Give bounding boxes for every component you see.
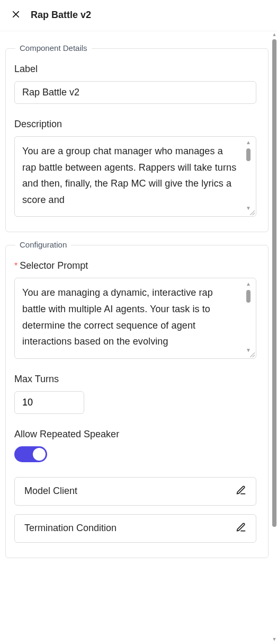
resize-handle-icon[interactable] bbox=[249, 351, 255, 357]
panel-title: Rap Battle v2 bbox=[31, 10, 91, 21]
description-field: Description ▲ ▼ bbox=[14, 119, 256, 217]
scroll-up-icon: ▲ bbox=[272, 32, 277, 37]
selector-prompt-caption-text: Selector Prompt bbox=[20, 260, 88, 271]
component-details-section: Component Details Label Description ▲ ▼ bbox=[5, 48, 269, 232]
max-turns-field: Max Turns bbox=[14, 374, 256, 414]
switch-slider bbox=[14, 446, 47, 462]
max-turns-caption: Max Turns bbox=[14, 374, 256, 385]
model-client-label: Model Client bbox=[24, 486, 77, 497]
allow-repeat-caption: Allow Repeated Speaker bbox=[14, 429, 256, 440]
termination-condition-label: Termination Condition bbox=[24, 523, 117, 534]
selector-prompt-textarea[interactable] bbox=[15, 278, 256, 356]
label-caption: Label bbox=[14, 64, 256, 75]
model-client-row[interactable]: Model Client bbox=[14, 477, 256, 506]
selector-prompt-caption: *Selector Prompt bbox=[14, 260, 256, 271]
configuration-legend: Configuration bbox=[15, 240, 71, 249]
page-scrollbar[interactable]: ▲ ▼ bbox=[272, 32, 277, 642]
description-textarea-wrap: ▲ ▼ bbox=[14, 136, 256, 217]
required-asterisk: * bbox=[14, 261, 17, 270]
allow-repeat-field: Allow Repeated Speaker bbox=[14, 429, 256, 462]
allow-repeat-switch[interactable] bbox=[14, 446, 47, 462]
resize-handle-icon[interactable] bbox=[249, 209, 255, 215]
scroll-down-icon: ▼ bbox=[272, 637, 277, 642]
edit-icon bbox=[236, 522, 246, 535]
selector-prompt-field: *Selector Prompt ▲ ▼ bbox=[14, 260, 256, 358]
selector-prompt-textarea-wrap: ▲ ▼ bbox=[14, 278, 256, 358]
close-button[interactable] bbox=[10, 8, 22, 21]
panel-body[interactable]: Component Details Label Description ▲ ▼ … bbox=[0, 31, 277, 644]
label-field: Label bbox=[14, 64, 256, 104]
description-textarea[interactable] bbox=[15, 137, 256, 214]
max-turns-input[interactable] bbox=[14, 391, 84, 414]
description-caption: Description bbox=[14, 119, 256, 130]
termination-condition-row[interactable]: Termination Condition bbox=[14, 514, 256, 543]
component-details-legend: Component Details bbox=[15, 43, 92, 52]
configuration-section: Configuration *Selector Prompt ▲ ▼ Max T… bbox=[5, 245, 269, 558]
panel-header: Rap Battle v2 bbox=[0, 0, 277, 31]
label-input[interactable] bbox=[14, 81, 256, 104]
scroll-thumb[interactable] bbox=[272, 39, 276, 527]
edit-icon bbox=[236, 485, 246, 498]
close-icon bbox=[11, 10, 21, 21]
